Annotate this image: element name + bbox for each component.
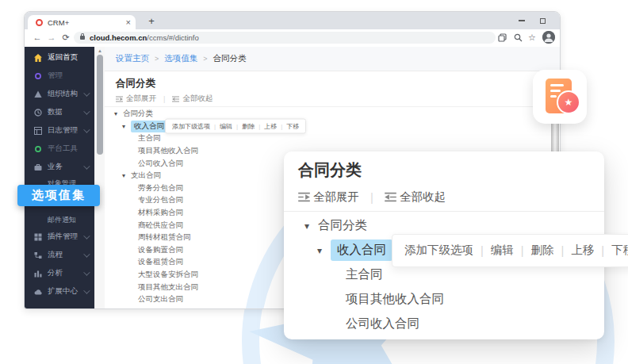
sidebar-item-admin[interactable]: 管理 xyxy=(25,67,94,85)
chevron-down-icon xyxy=(83,287,90,293)
sidebar-item-plugin-management[interactable]: 插件管理 xyxy=(25,228,94,246)
bookmark-star-icon[interactable]: ☆ xyxy=(527,31,538,44)
tree-item-label: 公司收入合同 xyxy=(346,316,419,332)
breadcrumb-item[interactable]: 选项值集 xyxy=(164,53,197,64)
sidebar-item-label: 管理 xyxy=(48,71,88,81)
chevron-down-icon xyxy=(83,163,90,169)
address-bar[interactable]: cloud.hecom.cn/ccms/#/dictinfo xyxy=(74,32,496,44)
action-delete[interactable]: 删除 xyxy=(242,122,255,131)
sidebar-item-log-management[interactable]: 日志管理 xyxy=(25,121,94,140)
profile-avatar[interactable] xyxy=(542,31,555,44)
tree-item-label: 项目其他支出合同 xyxy=(138,282,198,293)
tree-item-label-selected: 收入合同 xyxy=(331,239,392,261)
tree-item-label: 合同分类 xyxy=(123,109,153,119)
caret-down-icon[interactable]: ▾ xyxy=(114,110,123,117)
tree-item-label: 项目其他收入合同 xyxy=(138,146,198,156)
option-value-set-callout[interactable]: 选项值集 xyxy=(17,185,100,206)
action-edit[interactable]: 编辑 xyxy=(491,243,514,258)
tree-item-label: 公司收入合同 xyxy=(138,159,183,169)
action-delete[interactable]: 删除 xyxy=(531,243,554,258)
forward-button[interactable]: → xyxy=(45,31,58,44)
divider xyxy=(284,211,604,212)
sidebar-item-label: 插件管理 xyxy=(48,232,83,242)
breadcrumb-item[interactable]: 设置主页 xyxy=(116,53,149,64)
caret-down-icon[interactable]: ▾ xyxy=(304,220,318,232)
action-edit[interactable]: 编辑 xyxy=(220,122,232,131)
star-badge-icon: ★ xyxy=(557,90,580,114)
sidebar-item-flow[interactable]: 流程 xyxy=(25,246,94,264)
collapse-all-button[interactable]: 全部收起 xyxy=(182,94,213,104)
tree-item[interactable]: 主合同 xyxy=(105,132,560,145)
action-move-down[interactable]: 下移 xyxy=(286,122,299,131)
back-button[interactable]: ← xyxy=(31,31,44,44)
new-tab-button[interactable]: + xyxy=(144,14,159,29)
sidebar-item-label: 扩展中心 xyxy=(48,286,83,297)
padlock-icon[interactable] xyxy=(80,36,85,40)
tree-item[interactable]: 主合同 xyxy=(284,262,604,287)
sidebar-item-business[interactable]: 业务 xyxy=(25,158,94,176)
caret-down-icon[interactable]: ▾ xyxy=(317,245,331,256)
tree-item-label: 公司支出合同 xyxy=(138,294,183,305)
tree-item-label: 材料采购合同 xyxy=(138,208,183,218)
sidebar-item-mail-notification[interactable]: 邮件通知 xyxy=(25,213,94,228)
sidebar-item-label: 业务 xyxy=(48,162,83,172)
tree-item[interactable]: 项目其他收入合同 xyxy=(284,287,604,312)
browser-tabstrip: CRM+ × + xyxy=(25,12,560,29)
scrollbar-thumb[interactable] xyxy=(97,55,103,155)
expand-all-icon xyxy=(298,192,310,202)
sidebar-item-analysis[interactable]: 分析 xyxy=(25,264,94,282)
tree-item[interactable]: ▾收入合同添加下级选项|编辑|删除|上移|下移 xyxy=(284,238,604,262)
sidebar-item-home[interactable]: 返回首页 xyxy=(25,48,94,67)
reload-button[interactable]: ⟳ xyxy=(59,31,72,44)
window-minimize-button[interactable] xyxy=(519,12,525,29)
browser-tab[interactable]: CRM+ × xyxy=(28,15,136,29)
action-move-up[interactable]: 上移 xyxy=(264,122,277,131)
expand-all-button[interactable]: 全部展开 xyxy=(313,190,359,205)
ring-green-icon xyxy=(34,145,42,153)
tree-item-label: 设备租赁合同 xyxy=(138,257,183,267)
sidebar-item-label: 返回首页 xyxy=(48,52,88,63)
sidebar-item-platform-tools[interactable]: 平台工具 xyxy=(25,140,94,158)
chevron-down-icon xyxy=(83,126,90,132)
action-add-child-option[interactable]: 添加下级选项 xyxy=(172,122,210,131)
action-move-up[interactable]: 上移 xyxy=(571,243,594,258)
sidebar-item-org-structure[interactable]: 组织结构 xyxy=(25,85,94,103)
tree-item-label: 设备购置合同 xyxy=(138,245,183,255)
sidebar-item-label: 流程 xyxy=(48,250,83,260)
chevron-down-icon xyxy=(83,232,90,239)
window-maximize-button[interactable] xyxy=(540,12,546,29)
chevron-down-icon xyxy=(83,108,90,114)
action-move-down[interactable]: 下移 xyxy=(611,243,628,258)
action-separator: | xyxy=(521,244,524,257)
flow-icon xyxy=(34,251,42,259)
tree-item[interactable]: 公司收入合同 xyxy=(284,312,604,336)
expand-all-button[interactable]: 全部展开 xyxy=(126,94,156,104)
tree-item[interactable]: ▾收入合同添加下级选项|编辑|删除|上移|下移 xyxy=(105,121,560,133)
sidebar-item-label: 组织结构 xyxy=(48,89,83,99)
scrollbar-up-arrow[interactable]: ▲ xyxy=(95,48,105,53)
action-separator: | xyxy=(214,123,216,130)
tab-title: CRM+ xyxy=(48,18,126,27)
tab-close-icon[interactable]: × xyxy=(126,18,131,27)
pages-icon[interactable] xyxy=(496,31,507,44)
tree-item-label: 专业分包合同 xyxy=(138,195,183,205)
zoom-icon[interactable] xyxy=(512,31,523,44)
sidebar-item-label: 分析 xyxy=(48,268,83,278)
url-path: /ccms/#/dictinfo xyxy=(147,33,198,42)
page-title: 合同分类 xyxy=(116,77,155,90)
action-add-child-option[interactable]: 添加下级选项 xyxy=(404,243,473,258)
sidebar-item-data[interactable]: 数据 xyxy=(25,103,94,121)
caret-down-icon[interactable]: ▾ xyxy=(122,172,131,179)
feature-icon-card: ★ xyxy=(533,70,587,124)
toolbar-separator: | xyxy=(370,190,373,204)
caret-down-icon[interactable]: ▾ xyxy=(122,123,131,130)
sidebar-item-extension-center[interactable]: 扩展中心 xyxy=(25,282,94,301)
magnified-panel: 合同分类 全部展开 | 全部收起 ▾合同分类▾收入合同添加下级选项|编辑|删除|… xyxy=(284,151,604,339)
tree-item-label: 主合同 xyxy=(138,133,161,144)
overlay-title: 合同分类 xyxy=(298,159,362,181)
collapse-all-button[interactable]: 全部收起 xyxy=(400,190,446,205)
overlay-tree-toolbar: 全部展开 | 全部收起 xyxy=(298,190,446,205)
chevron-down-icon xyxy=(83,90,90,96)
browser-toolbar: ← → ⟳ cloud.hecom.cn/ccms/#/dictinfo ☆ xyxy=(25,29,560,48)
tree-item-label: 周转材租赁合同 xyxy=(138,232,191,243)
